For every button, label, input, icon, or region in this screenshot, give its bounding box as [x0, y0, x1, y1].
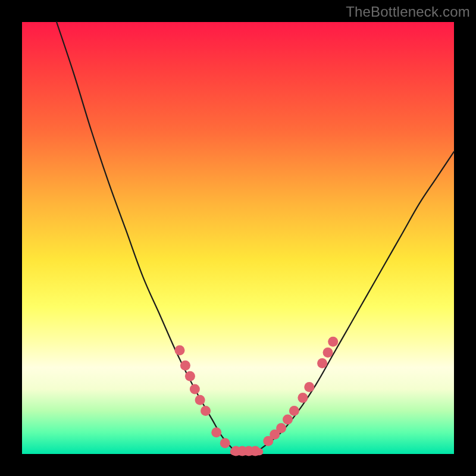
- marker-dot: [220, 438, 230, 448]
- marker-dots: [174, 337, 338, 456]
- marker-dot: [195, 395, 205, 405]
- marker-dot: [174, 345, 184, 355]
- marker-dot: [298, 393, 308, 403]
- left-curve: [57, 22, 234, 450]
- marker-dot: [180, 361, 190, 371]
- marker-dot: [317, 358, 327, 368]
- plot-area: [22, 22, 454, 454]
- chart-frame: TheBottleneck.com: [0, 0, 476, 476]
- marker-dot: [185, 371, 195, 381]
- watermark-text: TheBottleneck.com: [346, 4, 470, 20]
- marker-dot: [289, 406, 299, 416]
- right-curve: [259, 152, 454, 450]
- marker-dot: [201, 406, 211, 416]
- marker-dot: [276, 423, 286, 433]
- marker-dot: [211, 427, 221, 437]
- marker-dot: [190, 384, 200, 394]
- marker-dot: [250, 446, 261, 456]
- marker-dot: [323, 347, 333, 358]
- marker-dot: [283, 414, 293, 424]
- marker-dot: [304, 382, 314, 392]
- chart-svg: [22, 22, 454, 454]
- marker-dot: [328, 337, 338, 347]
